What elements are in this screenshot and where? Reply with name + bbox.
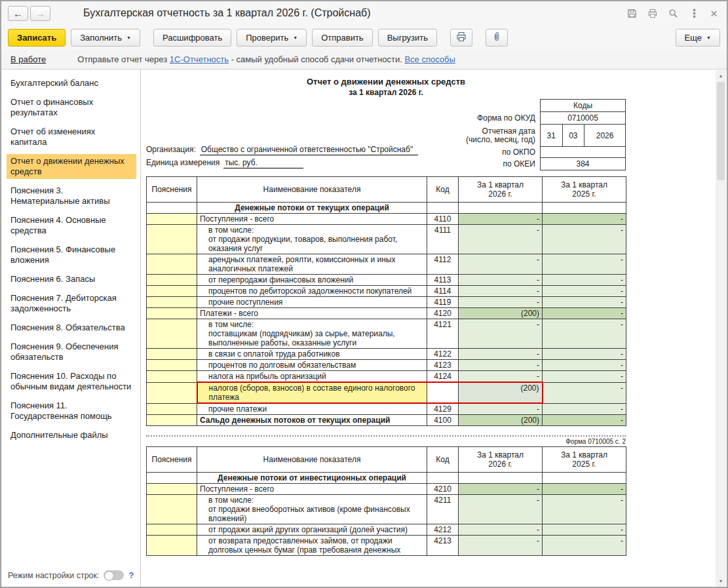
value-2025-cell[interactable]: -	[543, 275, 626, 286]
value-2025-cell[interactable]: -	[543, 382, 626, 403]
sidebar-item-9[interactable]: Пояснения 7. Дебиторская задолженность	[7, 291, 136, 316]
value-2026-cell[interactable]: -	[459, 524, 543, 536]
value-2025-cell[interactable]: -	[543, 415, 626, 426]
explanation-cell[interactable]	[147, 319, 197, 349]
explanation-cell[interactable]	[147, 286, 197, 297]
sidebar-item-8[interactable]: Пояснения 6. Запасы	[7, 272, 136, 286]
save-icon[interactable]	[627, 9, 637, 18]
unit-value: тыс. руб.	[223, 158, 303, 168]
value-2025-cell[interactable]: -	[543, 495, 626, 524]
value-2025-cell[interactable]: -	[543, 297, 626, 308]
decrypt-button[interactable]: Расшифровать	[153, 29, 231, 47]
sidebar-item-3[interactable]: Отчет об изменениях капитала	[7, 125, 136, 149]
check-button[interactable]: Проверить▼	[237, 29, 307, 47]
back-button[interactable]: ←	[8, 6, 28, 21]
scroll-up-icon[interactable]: ▲	[716, 70, 726, 81]
1c-reporting-link[interactable]: 1С-Отчетность	[170, 54, 229, 64]
value-2025-cell[interactable]: -	[543, 225, 626, 254]
more-menu-icon[interactable]: ⋮	[689, 8, 700, 19]
fill-button[interactable]: Заполнить▼	[71, 29, 140, 47]
value-2026-cell[interactable]: -	[459, 275, 543, 286]
value-2026-cell[interactable]: (200)	[459, 382, 543, 403]
explanation-cell[interactable]	[147, 297, 197, 308]
row-setup-toggle[interactable]	[104, 570, 124, 580]
value-2026-cell[interactable]: -	[459, 214, 543, 225]
save-button[interactable]: Записать	[8, 29, 66, 47]
value-2025-cell[interactable]: -	[543, 403, 626, 415]
value-2026-cell[interactable]: -	[459, 536, 543, 556]
help-icon[interactable]: ?	[128, 571, 134, 580]
table-row: Поступления - всего4110--	[147, 214, 626, 225]
sidebar-item-12[interactable]: Пояснения 10. Расходы по обычным видам д…	[7, 369, 136, 394]
value-2025-cell[interactable]: -	[543, 319, 626, 349]
value-2025-cell[interactable]: -	[543, 536, 626, 556]
forward-button[interactable]: →	[30, 6, 50, 21]
value-2025-cell[interactable]: -	[543, 360, 626, 371]
value-2025-cell[interactable]: -	[543, 524, 626, 536]
scrollbar-thumb[interactable]	[717, 82, 725, 180]
explanation-cell[interactable]	[147, 214, 197, 225]
explanation-cell[interactable]	[147, 524, 197, 536]
explanation-cell[interactable]	[147, 371, 197, 383]
more-button[interactable]: Еще▼	[676, 29, 720, 47]
close-icon[interactable]: ×	[710, 7, 718, 20]
value-2026-cell[interactable]: (200)	[459, 308, 543, 319]
vertical-scrollbar[interactable]: ▲ ▼	[716, 70, 726, 586]
status-link[interactable]: В работе	[10, 54, 46, 64]
value-2025-cell[interactable]: -	[543, 214, 626, 225]
sidebar-item-6[interactable]: Пояснения 4. Основные средства	[7, 213, 136, 238]
print-icon[interactable]	[647, 9, 658, 18]
explanation-cell[interactable]	[147, 360, 197, 371]
sidebar-item-4[interactable]: Отчет о движении денежных средств	[7, 154, 136, 179]
explanation-cell[interactable]	[147, 254, 197, 275]
export-button[interactable]: Выгрузить	[378, 29, 437, 47]
explanation-cell[interactable]	[147, 225, 197, 254]
sidebar-item-1[interactable]: Бухгалтерский баланс	[7, 76, 136, 90]
value-2026-cell[interactable]: -	[459, 484, 543, 495]
explanation-cell[interactable]	[147, 484, 197, 495]
all-methods-link[interactable]: Все способы	[404, 54, 455, 64]
value-2026-cell[interactable]: -	[459, 403, 543, 415]
explanation-cell[interactable]	[147, 403, 197, 415]
value-2026-cell[interactable]: -	[459, 319, 543, 349]
value-2026-cell[interactable]: -	[459, 286, 543, 297]
value-2026-cell[interactable]: -	[459, 360, 543, 371]
sidebar-item-13[interactable]: Пояснения 11. Государственная помощь	[7, 399, 136, 423]
explanation-cell[interactable]	[147, 495, 197, 524]
value-2025-cell[interactable]: -	[543, 349, 626, 360]
sidebar-item-2[interactable]: Отчет о финансовых результатах	[7, 95, 136, 120]
send-button[interactable]: Отправить	[312, 29, 372, 47]
sidebar-item-11[interactable]: Пояснения 9. Обеспечения обязательств	[7, 340, 136, 364]
value-2026-cell[interactable]: -	[459, 297, 543, 308]
scroll-down-icon[interactable]: ▼	[716, 576, 726, 586]
sidebar-item-10[interactable]: Пояснения 8. Обязательства	[7, 321, 136, 335]
sidebar-item-14[interactable]: Дополнительные файлы	[7, 428, 136, 442]
attachments-button[interactable]	[486, 29, 508, 47]
okpo-value	[540, 146, 626, 158]
value-2025-cell[interactable]: -	[543, 371, 626, 383]
sidebar-item-5[interactable]: Пояснения 3. Нематериальные активы	[7, 184, 136, 208]
explanation-cell[interactable]	[147, 382, 197, 403]
explanation-cell[interactable]	[147, 308, 197, 319]
value-2025-cell[interactable]: -	[543, 254, 626, 275]
explanation-cell[interactable]	[147, 536, 197, 556]
value-2026-cell[interactable]: -	[459, 371, 543, 383]
explanation-cell[interactable]	[147, 349, 197, 360]
value-2026-cell[interactable]: -	[459, 225, 543, 254]
sidebar-item-7[interactable]: Пояснения 5. Финансовые вложения	[7, 243, 136, 267]
value-2026-cell[interactable]: -	[459, 349, 543, 360]
value-2026-cell[interactable]: -	[459, 495, 543, 524]
indicator-name-cell: Платежи - всего	[197, 308, 427, 319]
column-header: За 1 квартал2025 г.	[543, 177, 626, 203]
scrollbar-track[interactable]	[716, 81, 726, 576]
column-header: Код	[427, 447, 459, 473]
explanation-cell[interactable]	[147, 275, 197, 286]
value-2025-cell[interactable]: -	[543, 484, 626, 495]
value-2026-cell[interactable]: (200)	[459, 415, 543, 426]
print-button[interactable]	[450, 29, 472, 47]
value-2026-cell[interactable]: -	[459, 254, 543, 275]
search-icon[interactable]	[668, 9, 678, 18]
explanation-cell[interactable]	[147, 415, 197, 426]
value-2025-cell[interactable]: -	[543, 308, 626, 319]
value-2025-cell[interactable]: -	[543, 286, 626, 297]
